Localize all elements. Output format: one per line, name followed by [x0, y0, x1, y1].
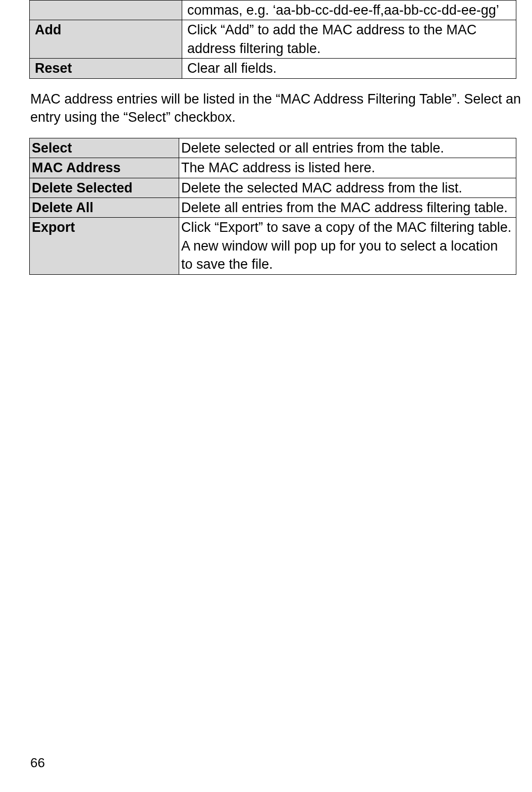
cell-label: Select — [30, 138, 179, 158]
table-row: Export Click “Export” to save a copy of … — [30, 218, 516, 274]
table-row: Select Delete selected or all entries fr… — [30, 138, 516, 158]
table-row: Reset Clear all fields. — [30, 59, 516, 78]
cell-label: Delete Selected — [30, 178, 179, 197]
table-row: Delete All Delete all entries from the M… — [30, 197, 516, 217]
cell-label: Add — [30, 20, 182, 59]
paragraph-mac-entries: MAC address entries will be listed in th… — [30, 90, 532, 127]
table-mac-add: commas, e.g. ‘aa-bb-cc-dd-ee-ff,aa-bb-cc… — [29, 0, 516, 79]
cell-desc: Click “Export” to save a copy of the MAC… — [179, 218, 516, 274]
cell-desc: Delete selected or all entries from the … — [179, 138, 516, 158]
cell-label: Delete All — [30, 197, 179, 217]
cell-desc: Delete the selected MAC address from the… — [179, 178, 516, 197]
cell-label: MAC Address — [30, 158, 179, 178]
table-row: Delete Selected Delete the selected MAC … — [30, 178, 516, 197]
page-number: 66 — [30, 755, 45, 772]
table-row: Add Click “Add” to add the MAC address t… — [30, 20, 516, 59]
cell-desc: commas, e.g. ‘aa-bb-cc-dd-ee-ff,aa-bb-cc… — [182, 1, 516, 20]
cell-desc: Click “Add” to add the MAC address to th… — [182, 20, 516, 59]
table-row: commas, e.g. ‘aa-bb-cc-dd-ee-ff,aa-bb-cc… — [30, 1, 516, 20]
cell-desc: Delete all entries from the MAC address … — [179, 197, 516, 217]
table-mac-filtering: Select Delete selected or all entries fr… — [29, 138, 516, 275]
cell-desc: Clear all fields. — [182, 59, 516, 78]
cell-label — [30, 1, 182, 20]
cell-label: Export — [30, 218, 179, 274]
cell-desc: The MAC address is listed here. — [179, 158, 516, 178]
cell-label: Reset — [30, 59, 182, 78]
table-row: MAC Address The MAC address is listed he… — [30, 158, 516, 178]
page-content: commas, e.g. ‘aa-bb-cc-dd-ee-ff,aa-bb-cc… — [0, 0, 532, 275]
document-page: commas, e.g. ‘aa-bb-cc-dd-ee-ff,aa-bb-cc… — [0, 0, 532, 792]
